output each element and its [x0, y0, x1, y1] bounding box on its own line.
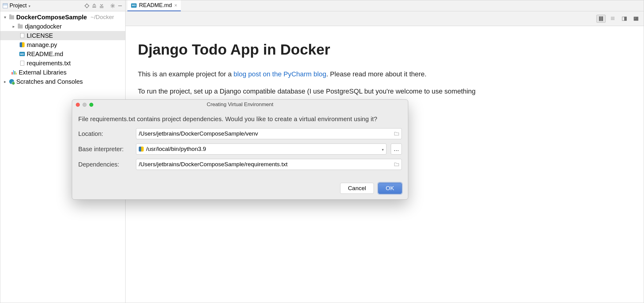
- create-venv-dialog: Creating Virtual Environment File requir…: [72, 99, 408, 200]
- libraries-icon: [11, 70, 17, 75]
- chevron-down-icon[interactable]: [382, 146, 384, 152]
- top-bar: Project MD README.md ×: [0, 0, 644, 11]
- location-input[interactable]: [139, 130, 392, 137]
- dialog-title: Creating Virtual Environment: [72, 102, 408, 108]
- preview-paragraph: This is an example project for a blog po…: [138, 69, 631, 79]
- svg-point-9: [112, 5, 114, 6]
- tree-folder-djangodocker[interactable]: ▸ djangodocker: [0, 22, 125, 31]
- dialog-message: File requirements.txt contains project d…: [78, 116, 402, 123]
- tree-item-label: LICENSE: [27, 32, 53, 39]
- collapse-all-icon[interactable]: [99, 3, 104, 9]
- tree-item-label: Scratches and Consoles: [16, 78, 83, 85]
- tree-item-label: External Libraries: [19, 69, 67, 76]
- locate-icon[interactable]: [84, 3, 90, 9]
- markdown-icon: MD: [19, 51, 25, 57]
- minimize-window-icon[interactable]: [83, 103, 87, 107]
- file-icon: [19, 33, 25, 38]
- tree-item-label: djangodocker: [25, 23, 62, 30]
- markdown-preview: Django Todo App in Docker This is an exa…: [126, 26, 644, 109]
- tree-scratches[interactable]: ▸ Scratches and Consoles: [0, 77, 125, 86]
- tab-readme[interactable]: MD README.md ×: [127, 0, 181, 11]
- svg-rect-17: [624, 17, 627, 21]
- expand-all-icon[interactable]: [91, 3, 97, 9]
- zoom-window-icon[interactable]: [89, 103, 93, 107]
- project-view-selector[interactable]: Project: [3, 2, 42, 9]
- folder-icon[interactable]: [394, 131, 399, 137]
- tree-root[interactable]: ▾ DockerComposeSample ~/Docker: [0, 13, 125, 22]
- python-icon: [19, 42, 25, 48]
- preview-only-icon[interactable]: [631, 15, 641, 23]
- project-view-label: Project: [10, 2, 27, 9]
- base-interpreter-input[interactable]: [146, 146, 379, 152]
- window-controls: [76, 103, 93, 107]
- close-icon[interactable]: ×: [174, 3, 177, 8]
- cancel-button[interactable]: Cancel: [340, 183, 374, 194]
- dialog-body: File requirements.txt contains project d…: [72, 109, 408, 170]
- tree-item-label: README.md: [27, 51, 63, 58]
- dependencies-label: Dependencies:: [78, 161, 132, 168]
- minimize-icon[interactable]: [117, 3, 123, 9]
- project-icon: [3, 3, 8, 8]
- tree-root-path: ~/Docker: [91, 14, 114, 21]
- tree-item-label: requirements.txt: [27, 60, 71, 67]
- chevron-right-icon[interactable]: ▸: [3, 79, 7, 84]
- svg-rect-18: [634, 17, 638, 21]
- editor-only-icon[interactable]: [608, 15, 617, 23]
- tree-file-license[interactable]: LICENSE: [0, 31, 125, 40]
- python-icon: [139, 147, 144, 152]
- preview-heading: Django Todo App in Docker: [138, 38, 631, 61]
- close-window-icon[interactable]: [76, 103, 80, 107]
- tab-label: README.md: [139, 2, 172, 9]
- tree-item-label: manage.py: [27, 41, 57, 48]
- markdown-icon: MD: [131, 3, 137, 8]
- tree-file-readme[interactable]: MD README.md: [0, 49, 125, 59]
- scroll-sync-icon[interactable]: [596, 15, 606, 23]
- tree-external-libraries[interactable]: External Libraries: [0, 68, 125, 77]
- folder-icon[interactable]: [394, 161, 399, 168]
- project-toolwindow-header: Project: [0, 0, 126, 11]
- base-interpreter-label: Base interpreter:: [78, 146, 132, 153]
- folder-icon: [9, 14, 14, 20]
- dialog-buttons: Cancel OK: [72, 174, 408, 194]
- scratches-icon: [9, 79, 14, 84]
- dependencies-field[interactable]: [136, 159, 402, 170]
- editor-tabs: MD README.md ×: [126, 0, 644, 11]
- location-row: Location:: [78, 128, 402, 139]
- tree-root-label: DockerComposeSample: [16, 14, 87, 21]
- gear-icon[interactable]: [110, 3, 115, 9]
- preview-link[interactable]: blog post on the PyCharm blog: [234, 70, 326, 78]
- base-interpreter-select[interactable]: [136, 144, 386, 155]
- tree-file-manage[interactable]: manage.py: [0, 40, 125, 49]
- chevron-down-icon[interactable]: ▾: [3, 15, 7, 20]
- preview-toolbar: [126, 11, 644, 26]
- file-icon: [19, 60, 25, 66]
- browse-interpreter-button[interactable]: …: [391, 144, 402, 155]
- chevron-right-icon[interactable]: ▸: [11, 24, 16, 29]
- dependencies-row: Dependencies:: [78, 159, 402, 170]
- svg-point-0: [85, 4, 88, 7]
- chevron-down-icon: [29, 2, 30, 9]
- dialog-title-bar[interactable]: Creating Virtual Environment: [72, 100, 408, 109]
- base-interpreter-row: Base interpreter: …: [78, 144, 402, 155]
- location-label: Location:: [78, 130, 132, 137]
- ok-button[interactable]: OK: [378, 183, 402, 194]
- folder-icon: [17, 24, 23, 29]
- preview-paragraph: To run the project, set up a Django comp…: [138, 86, 631, 97]
- tree-file-requirements[interactable]: requirements.txt: [0, 59, 125, 68]
- svg-point-19: [635, 17, 636, 18]
- dependencies-input[interactable]: [139, 161, 392, 168]
- split-view-icon[interactable]: [620, 15, 629, 23]
- location-field[interactable]: [136, 128, 402, 139]
